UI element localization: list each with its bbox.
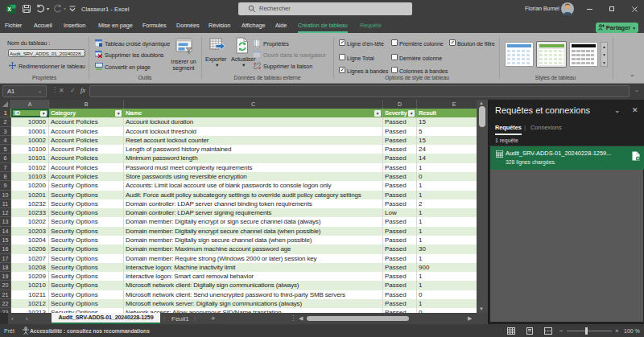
- svg-text:X: X: [7, 6, 11, 12]
